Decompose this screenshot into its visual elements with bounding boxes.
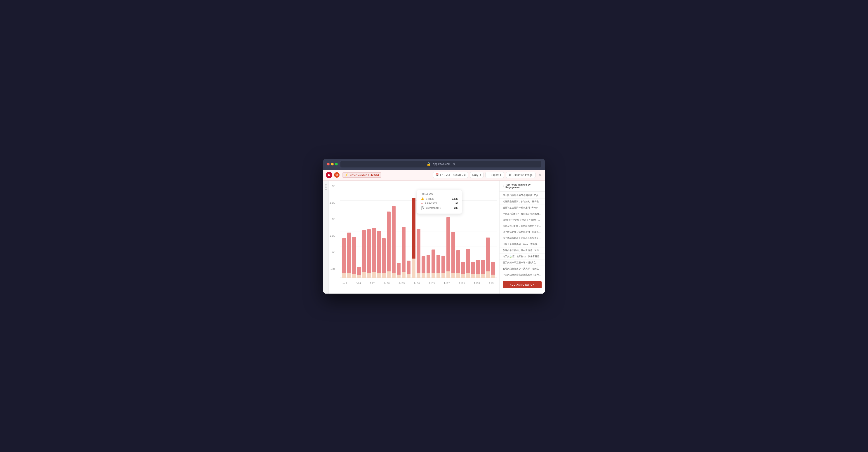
x-axis-label: Jul 13 (399, 282, 405, 285)
lightning-icon: ⚡ (345, 173, 348, 177)
likes-value: 2,633 (452, 197, 458, 200)
post-list-item[interactable]: 除了醒奶之外，奶酪也适用于乳糖不耐受的宝宝们吃哦！... (500, 229, 545, 235)
post-list-item[interactable]: 夏天的第一场直播来啦！明晚8点，小主在直播直播间等... (500, 260, 545, 266)
close-dot[interactable] (327, 163, 330, 165)
tooltip-date: FRI 15 JUL (421, 193, 458, 195)
export-button[interactable]: ↑ Export ▾ (485, 172, 504, 178)
export-label: Export (491, 173, 499, 176)
y-label-3k: 3K (332, 185, 335, 188)
date-range-button[interactable]: 📅 Fri 1 Jul – Sun 31 Jul (433, 172, 468, 178)
kawo-logo: K (326, 172, 332, 178)
app-content: K 微 ⚡ ENGAGEMENT 42,653 📅 Fri 1 Jul – Su… (323, 170, 545, 294)
tooltip: FRI 15 JUL 👍 LIKES 2,633 ↩ REPOSTS 96 (417, 190, 462, 214)
bar-group[interactable] (392, 185, 396, 278)
bar-group[interactable] (342, 185, 346, 278)
bar-group[interactable] (471, 185, 475, 278)
bar-group[interactable] (357, 185, 361, 278)
x-axis-label: Jul 1 (342, 282, 347, 285)
post-list-item[interactable]: 发霉的奶酪知多少？其实呀，它的生产工艺其实很复杂... (500, 266, 545, 272)
chart-area: 3K 2.5K 2K 1.5K 1K 500 (329, 181, 500, 294)
x-axis-label: Jul 19 (429, 282, 435, 285)
bar-group[interactable] (476, 185, 480, 278)
x-labels: Jul 1Jul 4Jul 7Jul 10Jul 13Jul 16Jul 19J… (342, 282, 495, 285)
bar-group[interactable] (397, 185, 401, 278)
top-bar: K 微 ⚡ ENGAGEMENT 42,653 📅 Fri 1 Jul – Su… (323, 170, 545, 181)
y-label-1k: 1K (332, 251, 335, 254)
panel-title: Top Posts Ranked by Engagement (505, 183, 541, 189)
comments-label: COMMENTS (426, 206, 452, 209)
post-list-item[interactable]: 孕期的最佳搭档，蛋白质满满，加足能量开启美好的一天... (500, 248, 545, 254)
minimize-dot[interactable] (331, 163, 334, 165)
post-list-item[interactable]: 今天是#爱牙日#，你知道多吃奶酪有助于保护牙齿吗？... (500, 211, 545, 217)
bar-group[interactable] (377, 185, 381, 278)
post-list-item[interactable]: 中国的奶酪历史也源远流长哦！据考古学家的研究发现... (500, 272, 545, 278)
x-axis-label: Jul 10 (383, 282, 390, 285)
post-list-item[interactable]: 奶酪和芝士是同一种东东吗？Bingo！其实呀，由于翻译... (500, 205, 545, 211)
sidebar-dot (325, 187, 327, 188)
tooltip-likes-row: 👍 LIKES 2,633 (421, 197, 458, 200)
post-list-item[interactable]: 转评赞送奥德博，参与抽奖，赢得主里尼国际的意节门票... (500, 199, 545, 205)
bar-group[interactable] (466, 185, 470, 278)
panel-back-icon[interactable]: ‹ (503, 185, 504, 188)
url-text: app.kawo.com (433, 162, 450, 166)
maximize-dot[interactable] (335, 163, 338, 165)
bar-group[interactable] (412, 185, 415, 278)
x-axis-label: Jul 22 (444, 282, 450, 285)
traffic-lights (327, 163, 338, 165)
y-label-2-5k: 2.5K (330, 202, 335, 204)
frequency-text: Daily (472, 173, 478, 176)
frequency-button[interactable]: Daily ▾ (470, 172, 484, 178)
reposts-label: REPOSTS (425, 202, 454, 205)
repost-icon: ↩ (421, 202, 423, 205)
bar-group[interactable] (367, 185, 371, 278)
post-list-item[interactable]: 纯天然🍃原汁的奶酪粒，快来看看是怎么从草原来到餐桌... (500, 254, 545, 260)
bar-group[interactable] (491, 185, 495, 278)
post-list-item[interactable]: 当西瓜遇上奶酪，会搭出怎样的火花？夏季新品上市啦！... (500, 223, 545, 229)
close-button[interactable]: ✕ (537, 172, 542, 178)
x-axis-label: Jul 4 (356, 282, 361, 285)
sidebar-dot (325, 189, 327, 190)
export-icon: ↑ (488, 173, 490, 176)
logo-area: K 微 (326, 172, 340, 178)
y-label-2k: 2K (332, 218, 335, 221)
bar-group[interactable] (347, 185, 351, 278)
add-annotation-button[interactable]: ADD ANNOTATION (503, 281, 541, 288)
likes-icon: 👍 (421, 197, 424, 200)
bar-group[interactable] (407, 185, 410, 278)
tooltip-reposts-row: ↩ REPOSTS 96 (421, 202, 458, 205)
comments-value: 285 (454, 206, 458, 209)
bar-group[interactable] (362, 185, 366, 278)
bar-group[interactable] (481, 185, 485, 278)
x-axis-label: Jul 25 (459, 282, 465, 285)
reload-button[interactable]: ↻ (452, 162, 455, 166)
left-sidebar (323, 181, 329, 294)
post-list-item[interactable]: 这个奶酪蛋糕看上去是不是超级诱人！小主口水都流出来... (500, 235, 545, 241)
bar-group[interactable] (382, 185, 386, 278)
export-image-label: Export As Image (513, 173, 532, 176)
bar-group[interactable] (372, 185, 376, 278)
export-chevron-icon: ▾ (500, 173, 501, 176)
bar-group[interactable] (486, 185, 490, 278)
image-export-icon: 🖼 (509, 173, 512, 176)
bar-group[interactable] (402, 185, 405, 278)
engagement-badge: ⚡ ENGAGEMENT 42,653 (342, 172, 381, 177)
post-list-item[interactable]: 每周get一个奶酪小食谱！今天我们来教宝宝们制作草莓... (500, 217, 545, 223)
main-layout: 3K 2.5K 2K 1.5K 1K 500 (323, 181, 545, 294)
bar-group[interactable] (387, 185, 391, 278)
address-bar: 🔒 app.kawo.com ↻ (340, 161, 541, 167)
right-panel: ‹ Top Posts Ranked by Engagement 不出国门就能尝… (500, 181, 545, 294)
bar-group[interactable] (352, 185, 356, 278)
date-range-text: Fri 1 Jul – Sun 31 Jul (440, 173, 466, 176)
comments-icon: 💬 (421, 206, 424, 209)
chart-wrapper: 3K 2.5K 2K 1.5K 1K 500 (329, 181, 499, 294)
chart-inner: Jul 1Jul 4Jul 7Jul 10Jul 13Jul 16Jul 19J… (340, 185, 497, 285)
browser-chrome: 🔒 app.kawo.com ↻ (323, 159, 545, 170)
tooltip-comments-row: 💬 COMMENTS 285 (421, 206, 458, 209)
post-list-item[interactable]: 不出国门就能尝遍62个国家的130多种奶酪！主里尼首届... (500, 193, 545, 199)
export-as-image-button[interactable]: 🖼 Export As Image (506, 172, 535, 178)
browser-window: 🔒 app.kawo.com ↻ K 微 ⚡ ENGAGEMENT 42,653… (323, 159, 545, 294)
post-list-item[interactable]: 世界上最重的奶酪！Wow，需要多少个大力水手才能搬动... (500, 241, 545, 248)
sidebar-dot (325, 184, 327, 186)
y-label-1-5k: 1.5K (330, 234, 335, 237)
panel-header: ‹ Top Posts Ranked by Engagement (500, 181, 545, 192)
